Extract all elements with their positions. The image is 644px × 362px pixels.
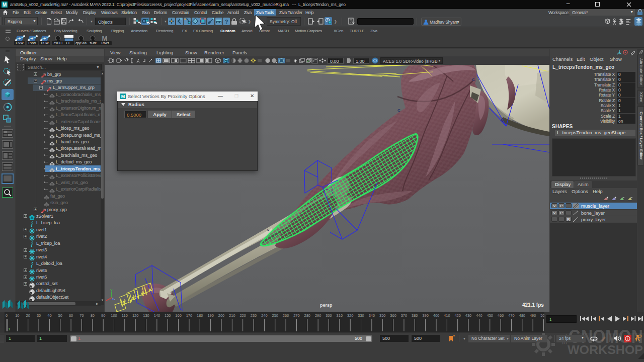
svg-text:M: M — [102, 35, 108, 42]
svg-text:360: 360 — [390, 313, 396, 318]
svg-text:30: 30 — [37, 313, 41, 318]
svg-text:70: 70 — [79, 313, 84, 318]
svg-text:z: z — [112, 297, 114, 300]
svg-text:M: M — [3, 2, 7, 8]
svg-text:150: 150 — [165, 313, 171, 318]
svg-text:390: 390 — [422, 313, 429, 318]
svg-text:230: 230 — [251, 313, 257, 318]
svg-text:160: 160 — [175, 313, 182, 318]
svg-text:340: 340 — [369, 313, 375, 318]
svg-text:50: 50 — [58, 313, 62, 318]
svg-text:400: 400 — [433, 313, 440, 318]
svg-text:Y: Y — [110, 289, 113, 292]
svg-text:t: t — [627, 337, 628, 340]
svg-text:470: 470 — [508, 313, 515, 318]
svg-text:430: 430 — [465, 313, 472, 318]
svg-text:0: 0 — [6, 313, 8, 318]
svg-text:440: 440 — [476, 313, 482, 318]
svg-text:270: 270 — [293, 313, 300, 318]
svg-text:20: 20 — [26, 313, 30, 318]
svg-text:490: 490 — [530, 313, 536, 318]
svg-text:10: 10 — [15, 313, 19, 318]
svg-text:500: 500 — [540, 313, 544, 318]
svg-text:350: 350 — [379, 313, 386, 318]
svg-text:180: 180 — [197, 313, 203, 318]
svg-text:M: M — [121, 94, 125, 99]
svg-text:110: 110 — [122, 313, 128, 318]
svg-text:250: 250 — [272, 313, 278, 318]
svg-text:420: 420 — [454, 313, 461, 318]
svg-text:?: ? — [225, 19, 228, 25]
svg-text:140: 140 — [154, 313, 160, 318]
svg-text:280: 280 — [304, 313, 311, 318]
svg-text:persp: persp — [320, 303, 333, 308]
svg-text:130: 130 — [143, 313, 149, 318]
svg-text:320: 320 — [347, 313, 354, 318]
svg-text:220: 220 — [239, 313, 246, 318]
svg-text:480: 480 — [519, 313, 526, 318]
svg-text:260: 260 — [283, 313, 289, 318]
svg-text:80: 80 — [91, 313, 95, 318]
svg-text:421.1 fps: 421.1 fps — [522, 302, 544, 308]
svg-text:450: 450 — [487, 313, 493, 318]
svg-text:410: 410 — [444, 313, 450, 318]
svg-text:100: 100 — [111, 313, 117, 318]
svg-text:120: 120 — [132, 313, 139, 318]
svg-text:WORKSHOP: WORKSHOP — [568, 343, 643, 356]
svg-text:240: 240 — [261, 313, 268, 318]
svg-text:C: C — [397, 108, 400, 113]
svg-text:190: 190 — [207, 313, 214, 318]
svg-text:210: 210 — [229, 313, 235, 318]
svg-text:170: 170 — [186, 313, 193, 318]
svg-text:c: c — [267, 227, 270, 232]
svg-text:330: 330 — [358, 313, 364, 318]
svg-text:200: 200 — [218, 313, 225, 318]
svg-text:60: 60 — [69, 313, 73, 318]
svg-text:40: 40 — [47, 313, 51, 318]
svg-text:90: 90 — [101, 313, 105, 318]
svg-text:310: 310 — [337, 313, 343, 318]
svg-text:460: 460 — [498, 313, 504, 318]
svg-text:370: 370 — [401, 313, 408, 318]
svg-text:1: 1 — [8, 327, 11, 331]
svg-text:C: C — [472, 77, 475, 82]
svg-text:300: 300 — [326, 313, 332, 318]
svg-text:380: 380 — [412, 313, 418, 318]
svg-text:290: 290 — [315, 313, 321, 318]
